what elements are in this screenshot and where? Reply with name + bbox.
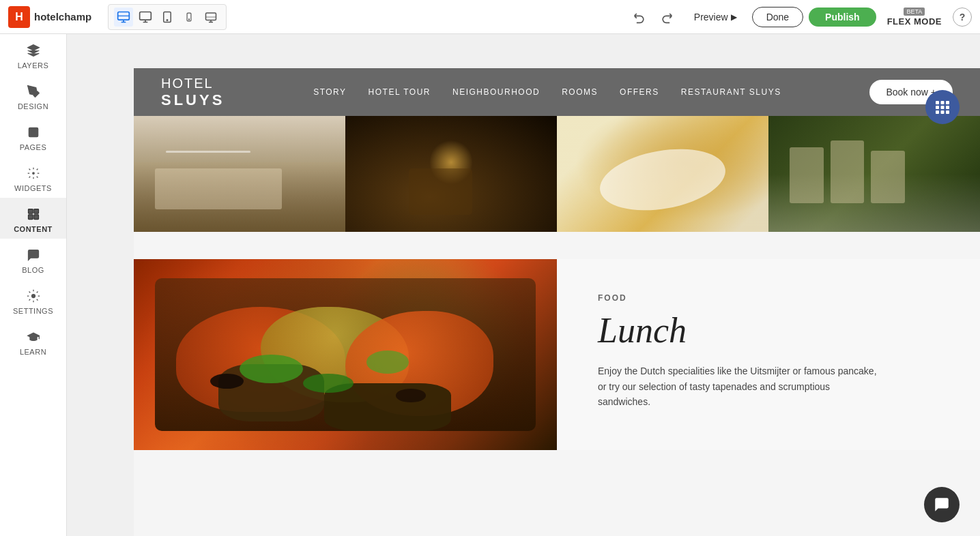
svg-rect-21 bbox=[936, 110, 939, 114]
svg-rect-16 bbox=[941, 101, 945, 104]
sidebar-item-blog[interactable]: BLOG bbox=[0, 239, 66, 280]
svg-rect-17 bbox=[946, 101, 949, 104]
svg-rect-11 bbox=[33, 209, 38, 214]
gallery-image-4 bbox=[768, 116, 980, 232]
publish-button[interactable]: Publish bbox=[809, 8, 876, 27]
beta-badge: BETA bbox=[904, 8, 925, 16]
device-tv-btn[interactable] bbox=[201, 8, 220, 27]
sidebar-widgets-label: WIDGETS bbox=[14, 184, 52, 192]
preview-btn[interactable]: Preview ▶ bbox=[684, 8, 747, 27]
pages-icon bbox=[25, 124, 42, 140]
svg-point-14 bbox=[31, 295, 35, 298]
device-desktop-large-btn[interactable] bbox=[114, 8, 133, 27]
nav-story[interactable]: STORY bbox=[313, 87, 346, 97]
food-title: Lunch bbox=[598, 311, 939, 350]
widget-floating-button[interactable] bbox=[925, 90, 960, 124]
hotel-logo-bottom: SLUYS bbox=[161, 91, 225, 109]
svg-rect-23 bbox=[946, 110, 949, 114]
section-spacer bbox=[134, 232, 980, 259]
hotel-nav-links: STORY HOTEL TOUR NEIGHBOURHOOD ROOMS OFF… bbox=[313, 87, 781, 97]
svg-rect-18 bbox=[936, 106, 939, 109]
help-button[interactable]: ? bbox=[953, 8, 972, 27]
preview-label: Preview bbox=[694, 12, 728, 23]
food-image bbox=[134, 259, 557, 450]
undo-redo-group bbox=[627, 5, 679, 29]
hotel-logo-top: HOTEL bbox=[161, 75, 225, 91]
sidebar: LAYERS DESIGN PAGES WIDGETS CONTENT BLOG bbox=[0, 34, 67, 536]
settings-icon bbox=[25, 288, 42, 304]
sidebar-item-pages[interactable]: PAGES bbox=[0, 116, 66, 157]
food-content: FOOD Lunch Enjoy the Dutch specialities … bbox=[557, 259, 980, 450]
chat-floating-button[interactable] bbox=[924, 487, 960, 522]
done-button[interactable]: Done bbox=[752, 7, 803, 27]
svg-rect-6 bbox=[206, 13, 216, 20]
sidebar-settings-label: SETTINGS bbox=[13, 307, 53, 315]
brand-name: hotelchamp bbox=[34, 11, 91, 23]
nav-restaurant[interactable]: RESTAURANT SLUYS bbox=[681, 87, 781, 97]
svg-rect-12 bbox=[28, 215, 33, 220]
svg-rect-15 bbox=[936, 101, 939, 104]
svg-rect-19 bbox=[941, 106, 945, 109]
svg-rect-1 bbox=[140, 12, 152, 20]
image-gallery bbox=[134, 116, 980, 232]
food-section: FOOD Lunch Enjoy the Dutch specialities … bbox=[134, 259, 980, 450]
gallery-image-2 bbox=[345, 116, 557, 232]
sidebar-item-layers[interactable]: LAYERS bbox=[0, 34, 66, 75]
redo-btn[interactable] bbox=[654, 5, 679, 29]
gallery-image-3 bbox=[557, 116, 768, 232]
svg-point-7 bbox=[31, 90, 33, 92]
blog-icon bbox=[25, 247, 42, 263]
sidebar-learn-label: LEARN bbox=[20, 348, 46, 356]
device-desktop-btn[interactable] bbox=[136, 8, 155, 27]
food-description: Enjoy the Dutch specialities like the Ui… bbox=[598, 363, 884, 409]
sidebar-pages-label: PAGES bbox=[20, 143, 47, 151]
widgets-icon bbox=[25, 165, 42, 181]
learn-icon bbox=[25, 329, 42, 345]
flex-mode-button[interactable]: BETA FLEX MODE bbox=[882, 8, 947, 27]
svg-rect-20 bbox=[946, 106, 949, 109]
sidebar-content-label: CONTENT bbox=[14, 225, 53, 233]
layers-icon bbox=[25, 42, 42, 59]
sidebar-item-settings[interactable]: SETTINGS bbox=[0, 280, 66, 321]
sidebar-item-design[interactable]: DESIGN bbox=[0, 75, 66, 116]
hotel-logo: HOTEL SLUYS bbox=[161, 75, 225, 109]
sidebar-blog-label: BLOG bbox=[22, 266, 44, 274]
preview-play-icon: ▶ bbox=[731, 12, 737, 22]
hotel-navbar: HOTEL SLUYS STORY HOTEL TOUR NEIGHBOURHO… bbox=[134, 68, 980, 116]
device-mobile-btn[interactable] bbox=[179, 8, 199, 27]
flex-mode-label: FLEX MODE bbox=[887, 16, 942, 27]
svg-rect-13 bbox=[33, 215, 38, 220]
sidebar-item-content[interactable]: CONTENT bbox=[0, 198, 66, 239]
content-icon bbox=[25, 206, 42, 222]
svg-point-5 bbox=[189, 18, 190, 19]
device-tablet-btn[interactable] bbox=[158, 8, 177, 27]
undo-btn[interactable] bbox=[627, 5, 652, 29]
nav-rooms[interactable]: ROOMS bbox=[562, 87, 598, 97]
svg-point-3 bbox=[167, 19, 168, 20]
topbar: H hotelchamp Preview ▶ Done bbox=[0, 0, 980, 34]
nav-neighbourhood[interactable]: NEIGHBOURHOOD bbox=[452, 87, 540, 97]
sidebar-layers-label: LAYERS bbox=[18, 61, 49, 70]
nav-offers[interactable]: OFFERS bbox=[620, 87, 659, 97]
svg-rect-22 bbox=[941, 110, 945, 114]
gallery-image-1 bbox=[134, 116, 345, 232]
brand-logo-area: H hotelchamp bbox=[8, 6, 91, 28]
svg-point-9 bbox=[32, 173, 34, 175]
design-icon bbox=[25, 83, 42, 100]
brand-logo-icon: H bbox=[8, 6, 30, 28]
sidebar-design-label: DESIGN bbox=[18, 102, 48, 110]
sidebar-item-learn[interactable]: LEARN bbox=[0, 321, 66, 361]
main-preview-area: HOTEL SLUYS STORY HOTEL TOUR NEIGHBOURHO… bbox=[134, 68, 980, 536]
nav-hotel-tour[interactable]: HOTEL TOUR bbox=[369, 87, 431, 97]
sidebar-item-widgets[interactable]: WIDGETS bbox=[0, 157, 66, 198]
website-preview: HOTEL SLUYS STORY HOTEL TOUR NEIGHBOURHO… bbox=[134, 68, 980, 536]
food-category-tag: FOOD bbox=[598, 293, 939, 303]
device-switcher bbox=[108, 4, 227, 30]
svg-rect-10 bbox=[28, 209, 33, 214]
